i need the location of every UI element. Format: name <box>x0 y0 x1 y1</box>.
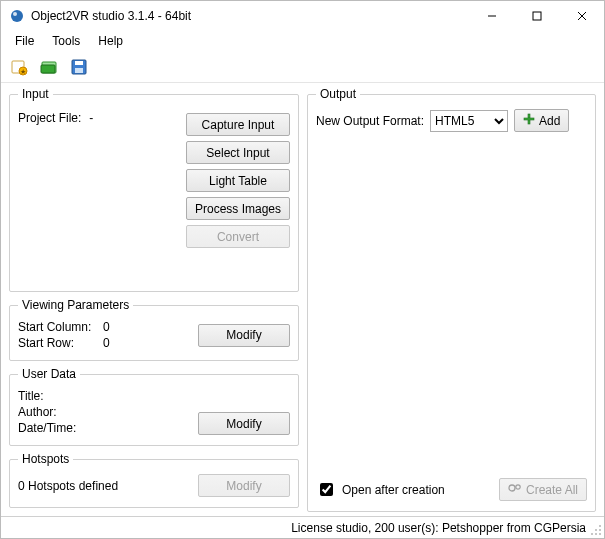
title-label: Title: <box>18 389 103 403</box>
svg-point-19 <box>595 529 597 531</box>
viewing-parameters-modify-button[interactable]: Modify <box>198 324 290 347</box>
user-data-group: User Data Title: Author: Date/Time: Modi… <box>9 367 299 446</box>
start-column-label: Start Column: <box>18 320 103 334</box>
hotspots-legend: Hotspots <box>18 452 73 466</box>
process-images-button[interactable]: Process Images <box>186 197 290 220</box>
add-output-button[interactable]: Add <box>514 109 569 132</box>
svg-rect-13 <box>75 68 83 73</box>
open-after-creation-label[interactable]: Open after creation <box>342 483 493 497</box>
start-row-label: Start Row: <box>18 336 103 350</box>
output-group: Output New Output Format: HTML5 <box>307 87 596 512</box>
new-project-button[interactable]: ★ <box>7 55 31 79</box>
svg-rect-3 <box>533 12 541 20</box>
svg-point-20 <box>599 529 601 531</box>
gears-icon <box>508 482 522 497</box>
convert-button: Convert <box>186 225 290 248</box>
start-column-value: 0 <box>103 320 198 334</box>
svg-text:★: ★ <box>20 68 26 75</box>
open-project-button[interactable] <box>37 55 61 79</box>
hotspots-modify-button: Modify <box>198 474 290 497</box>
status-text: License studio, 200 user(s): Petshopper … <box>291 521 586 535</box>
left-column: Input Project File: - Capture Input Sele… <box>9 87 299 512</box>
light-table-button[interactable]: Light Table <box>186 169 290 192</box>
status-bar: License studio, 200 user(s): Petshopper … <box>1 516 604 538</box>
title-bar: Object2VR studio 3.1.4 - 64bit <box>1 1 604 31</box>
save-project-button[interactable] <box>67 55 91 79</box>
input-group: Input Project File: - Capture Input Sele… <box>9 87 299 292</box>
svg-point-17 <box>516 485 520 489</box>
svg-point-1 <box>13 12 17 16</box>
toolbar: ★ <box>1 51 604 83</box>
window-title: Object2VR studio 3.1.4 - 64bit <box>31 9 469 23</box>
maximize-button[interactable] <box>514 1 559 31</box>
menu-tools[interactable]: Tools <box>44 32 88 50</box>
svg-point-22 <box>595 533 597 535</box>
project-file-value: - <box>89 111 93 125</box>
svg-rect-10 <box>41 65 55 73</box>
menu-file[interactable]: File <box>7 32 42 50</box>
create-all-button: Create All <box>499 478 587 501</box>
project-file-label: Project File: <box>18 111 81 125</box>
viewing-parameters-group: Viewing Parameters Start Column: 0 Start… <box>9 298 299 361</box>
viewing-parameters-legend: Viewing Parameters <box>18 298 133 312</box>
hotspots-status: 0 Hotspots defined <box>18 479 198 493</box>
start-row-value: 0 <box>103 336 198 350</box>
open-after-creation-checkbox[interactable] <box>320 483 333 496</box>
svg-point-0 <box>11 10 23 22</box>
svg-rect-12 <box>75 61 83 65</box>
menu-help[interactable]: Help <box>90 32 131 50</box>
svg-rect-15 <box>524 118 534 120</box>
svg-point-21 <box>591 533 593 535</box>
create-all-label: Create All <box>526 483 578 497</box>
size-grip[interactable] <box>590 524 602 536</box>
select-input-button[interactable]: Select Input <box>186 141 290 164</box>
user-data-modify-button[interactable]: Modify <box>198 412 290 435</box>
datetime-label: Date/Time: <box>18 421 103 435</box>
close-button[interactable] <box>559 1 604 31</box>
svg-point-23 <box>599 533 601 535</box>
add-output-label: Add <box>539 114 560 128</box>
input-legend: Input <box>18 87 53 101</box>
plus-icon <box>523 113 535 128</box>
minimize-button[interactable] <box>469 1 514 31</box>
content-area: Input Project File: - Capture Input Sele… <box>1 83 604 516</box>
user-data-legend: User Data <box>18 367 80 381</box>
new-output-format-label: New Output Format: <box>316 114 424 128</box>
right-column: Output New Output Format: HTML5 <box>307 87 596 512</box>
author-label: Author: <box>18 405 103 419</box>
app-icon <box>9 8 25 24</box>
svg-point-18 <box>599 525 601 527</box>
output-format-select[interactable]: HTML5 <box>430 110 508 132</box>
menu-bar: File Tools Help <box>1 31 604 51</box>
hotspots-group: Hotspots 0 Hotspots defined Modify <box>9 452 299 508</box>
output-legend: Output <box>316 87 360 101</box>
capture-input-button[interactable]: Capture Input <box>186 113 290 136</box>
svg-point-16 <box>509 485 515 491</box>
